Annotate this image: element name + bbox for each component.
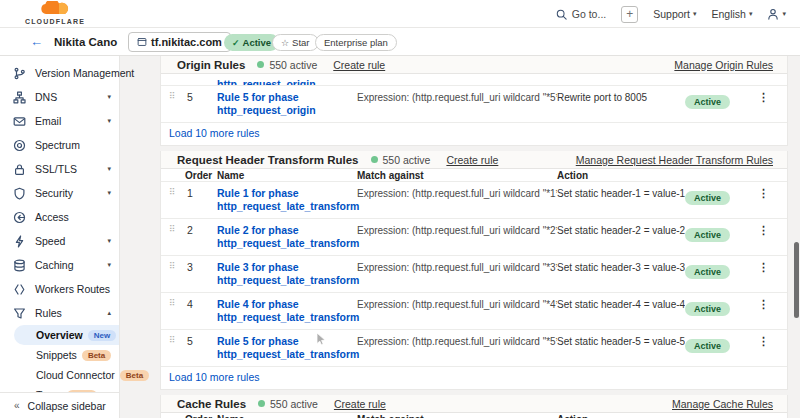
sidebar-item-caching[interactable]: Caching ▾ (0, 253, 119, 277)
drag-handle-icon[interactable]: ⠿ (169, 335, 185, 345)
status-badge: Active (685, 265, 730, 279)
rule-name-link[interactable]: Rule 1 for phase http_request_late_trans… (217, 187, 357, 213)
manage-cache-rules-link[interactable]: Manage Cache Rules (672, 398, 773, 410)
rule-order: 2 (185, 224, 217, 236)
sidebar-item-dns[interactable]: DNS ▾ (0, 85, 119, 109)
drag-handle-icon[interactable]: ⠿ (169, 187, 185, 197)
kebab-menu-icon[interactable]: ⋮ (747, 298, 769, 311)
search-icon (556, 9, 567, 20)
status-badge: Active (685, 339, 730, 353)
account-menu[interactable]: ▾ (767, 8, 786, 20)
spectrum-icon (13, 139, 26, 152)
rule-order: 1 (185, 187, 217, 199)
support-menu[interactable]: Support ▾ (653, 8, 696, 20)
sidebar-item-rules[interactable]: Rules ▴ (0, 301, 119, 325)
kebab-menu-icon[interactable]: ⋮ (747, 91, 769, 104)
sidebar-item-label: Speed (35, 235, 65, 247)
support-label: Support (653, 8, 690, 20)
goto-search[interactable]: Go to... (556, 8, 606, 20)
chevron-down-icon: ▾ (107, 117, 111, 125)
add-site-button[interactable]: + (621, 6, 638, 23)
rule-name-link[interactable]: Rule 2 for phase http_request_late_trans… (217, 224, 357, 250)
manage-transform-rules-link[interactable]: Manage Request Header Transform Rules (576, 154, 773, 166)
active-dot-icon (258, 400, 265, 407)
sidebar-item-email[interactable]: Email ▾ (0, 109, 119, 133)
collapse-sidebar-button[interactable]: « Collapse sidebar (0, 392, 119, 418)
column-order: Order (185, 170, 217, 181)
sidebar-item-ssl-tls[interactable]: SSL/TLS ▾ (0, 157, 119, 181)
kebab-menu-icon[interactable]: ⋮ (747, 187, 769, 200)
sidebar-item-access[interactable]: Access (0, 205, 119, 229)
status-badge: Active (685, 302, 730, 316)
active-count: 550 active (269, 59, 317, 71)
site-icon (137, 37, 147, 47)
database-icon (13, 259, 26, 272)
section-title: Origin Rules (177, 59, 245, 71)
drag-handle-icon[interactable]: ⠿ (169, 91, 185, 101)
star-button[interactable]: ☆ Star (272, 34, 319, 51)
rule-match: Expression: (http.request.full_uri wildc… (357, 224, 557, 237)
sidebar-item-cloud-connector[interactable]: Cloud Connector Beta (0, 365, 119, 385)
domain-selector[interactable]: tf.nikitac.com (128, 32, 231, 52)
kebab-menu-icon[interactable]: ⋮ (747, 224, 769, 237)
cache-rules-header: Cache Rules 550 active Create rule Manag… (161, 395, 787, 413)
scrollbar-thumb[interactable] (794, 242, 799, 318)
rule-name-line2: http_request_late_transform (217, 274, 357, 287)
collapse-icon: « (14, 400, 20, 411)
manage-origin-rules-link[interactable]: Manage Origin Rules (674, 59, 773, 71)
rule-order: 5 (185, 91, 217, 103)
branch-icon (13, 67, 26, 80)
rule-match: Expression: (http.request.full_uri wildc… (357, 335, 557, 348)
column-match: Match against (357, 414, 557, 418)
rule-order: 5 (185, 335, 217, 347)
rule-name-link[interactable]: Rule 5 for phase http_request_origin (217, 91, 357, 117)
sidebar-item-snippets[interactable]: Snippets Beta (0, 345, 119, 365)
chevron-down-icon: ▾ (782, 10, 786, 18)
chevron-down-icon: ▾ (749, 10, 753, 18)
request-header-transform-rules-section: Request Header Transform Rules 550 activ… (160, 151, 788, 390)
status-badge: Active (685, 95, 730, 109)
kebab-menu-icon[interactable]: ⋮ (747, 261, 769, 274)
rule-action: Rewrite port to 8005 (557, 91, 685, 104)
language-menu[interactable]: English ▾ (712, 8, 753, 20)
load-more-rules-link[interactable]: Load 10 more rules (161, 123, 787, 145)
sidebar-item-spectrum[interactable]: Spectrum (0, 133, 119, 157)
rule-action: Set static header-5 = value-5 (557, 335, 685, 348)
table-row: ⠿ 1 Rule 1 for phase http_request_late_t… (161, 182, 787, 219)
sidebar-item-version-management[interactable]: Version Management (0, 61, 119, 85)
chevron-down-icon: ▾ (107, 237, 111, 245)
sidebar-item-label: Workers Routes (35, 283, 110, 295)
drag-handle-icon[interactable]: ⠿ (169, 224, 185, 234)
create-rule-link[interactable]: Create rule (446, 154, 498, 166)
column-order: Order (185, 414, 217, 418)
active-dot-icon (371, 156, 378, 163)
cloudflare-cloud-icon (38, 1, 72, 16)
collapse-label: Collapse sidebar (28, 400, 106, 412)
kebab-menu-icon[interactable]: ⋮ (747, 335, 769, 348)
drag-handle-icon[interactable]: ⠿ (169, 261, 185, 271)
create-rule-link[interactable]: Create rule (334, 398, 386, 410)
sidebar-item-speed[interactable]: Speed ▾ (0, 229, 119, 253)
account-name: Nikita Cano (54, 36, 117, 48)
create-rule-link[interactable]: Create rule (333, 59, 385, 71)
sidebar-item-workers-routes[interactable]: Workers Routes (0, 277, 119, 301)
cloudflare-logo[interactable]: CLOUDFLARE (20, 1, 90, 25)
back-arrow-icon[interactable]: ← (30, 34, 43, 49)
rules-overview-content: Origin Rules 550 active Create rule Mana… (120, 56, 800, 418)
funnel-icon (13, 307, 26, 320)
drag-handle-icon[interactable]: ⠿ (169, 298, 185, 308)
rule-name-line1: Rule 2 for phase (217, 224, 357, 237)
sidebar-item-label: Spectrum (35, 139, 80, 151)
rule-name-link[interactable]: Rule 4 for phase http_request_late_trans… (217, 298, 357, 324)
sidebar-item-overview[interactable]: Overview New (14, 325, 119, 345)
sidebar-item-label: Access (35, 211, 69, 223)
active-count: 550 active (383, 154, 431, 166)
sidebar-item-security[interactable]: Security ▾ (0, 181, 119, 205)
column-name: Name (217, 170, 357, 181)
access-icon (13, 211, 26, 224)
rule-name-line2: http_request_late_transform (217, 311, 357, 324)
load-more-rules-link[interactable]: Load 10 more rules (161, 367, 787, 389)
rule-name-link[interactable]: Rule 5 for phase http_request_late_trans… (217, 335, 357, 361)
table-row-partial: http_request_origin (161, 74, 787, 86)
rule-name-link[interactable]: Rule 3 for phase http_request_late_trans… (217, 261, 357, 287)
